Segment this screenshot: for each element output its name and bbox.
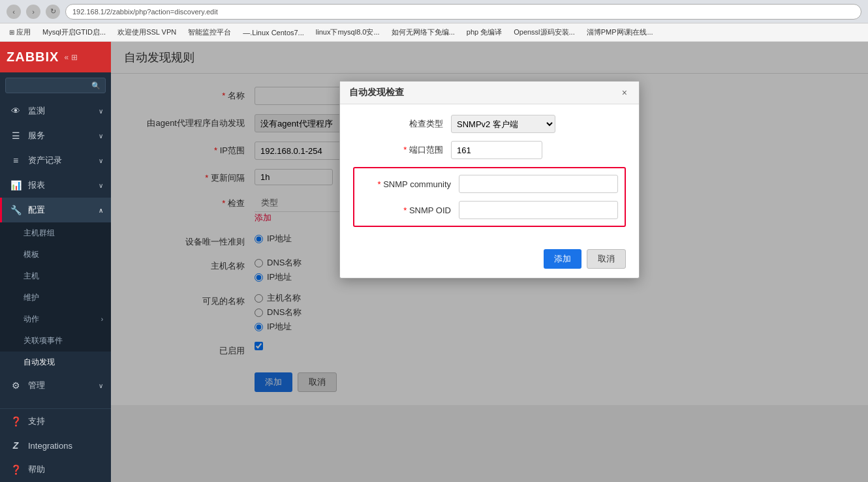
snmp-community-row: SNMP community [361,175,618,193]
forward-button[interactable]: › [26,5,40,19]
sidebar-item-monitor[interactable]: 👁 监测 ∨ [0,98,111,123]
sidebar-item-service[interactable]: ☰ 服务 ∨ [0,123,111,148]
port-range-control [451,141,626,159]
sidebar-item-maintenance[interactable]: 维护 [0,287,111,309]
modal-add-button[interactable]: 添加 [544,249,581,269]
bookmarks-bar: ⊞ 应用 Mysql开启GTID启... 欢迎使用SSL VPN 智能监控平台 … [0,23,868,42]
main-content: 自动发现规则 名称 由agent代理程序自动发现 没有agent代理程序 IP范… [111,42,868,482]
search-icon: 🔍 [91,82,101,90]
chevron-icon: ∨ [99,132,103,140]
sidebar-item-support[interactable]: ❓ 支持 [0,409,111,434]
sidebar-logo: ZABBIX « ⊞ [0,42,111,72]
chevron-icon: ∧ [99,207,103,214]
support-icon: ❓ [10,416,22,427]
sidebar-item-correlated[interactable]: 关联项事件 [0,330,111,352]
check-type-row: 检查类型 SNMPv2 客户端 [353,115,626,133]
chevron-icon: ∨ [99,157,103,164]
modal-body: 检查类型 SNMPv2 客户端 端口范围 [340,104,639,243]
logo-text: ZABBIX [7,50,59,65]
bookmark-openssl[interactable]: Openssl源码安装... [510,26,579,38]
refresh-button[interactable]: ↻ [46,5,60,19]
snmp-oid-input[interactable] [459,201,618,219]
bookmark-centos[interactable]: —.Linux Centos7... [239,27,308,38]
browser-bar: ‹ › ↻ 192.168.1/2/zabbix/php?action=disc… [0,0,868,23]
modal-overlay: 自动发现检查 × 检查类型 SNMPv2 客户端 [111,42,868,482]
management-icon: ⚙ [10,380,22,391]
bookmark-network[interactable]: 如何无网络下免编... [388,26,459,38]
back-button[interactable]: ‹ [7,5,21,19]
port-range-input[interactable] [451,141,542,159]
help-icon: ❓ [10,464,22,475]
snmp-oid-label: SNMP OID [361,205,459,215]
config-icon: 🔧 [10,205,22,215]
bookmark-apps[interactable]: ⊞ 应用 [5,26,35,38]
collapse-icon[interactable]: « [64,53,69,62]
modal-title: 自动发现检查 [349,87,404,98]
modal-dialog: 自动发现检查 × 检查类型 SNMPv2 客户端 [339,81,640,279]
expand-icon[interactable]: ⊞ [71,53,78,62]
port-range-label: 端口范围 [353,144,451,156]
check-type-label: 检查类型 [353,118,451,130]
modal-close-button[interactable]: × [619,87,630,98]
config-submenu: 主机群组 模板 主机 维护 动作 › 关联项事件 [0,222,111,373]
bookmark-monitor[interactable]: 智能监控平台 [184,26,235,38]
chevron-icon: ∨ [99,182,103,189]
sidebar-item-management[interactable]: ⚙ 管理 ∨ [0,373,111,398]
bookmark-mysql[interactable]: Mysql开启GTID启... [39,26,110,38]
logo-icons: « ⊞ [64,53,78,62]
snmp-community-control [459,175,618,193]
integrations-icon: Z [10,440,22,451]
address-bar[interactable]: 192.168.1/2/zabbix/php?action=discovery.… [65,4,861,20]
search-wrap: 🔍 [5,78,106,93]
sidebar-item-discovery[interactable]: 自动发现 [0,352,111,373]
port-range-row: 端口范围 [353,141,626,159]
apps-icon: ⊞ [9,29,14,36]
check-type-select[interactable]: SNMPv2 客户端 [451,115,555,133]
sidebar-menu: 👁 监测 ∨ ☰ 服务 ∨ ≡ 资产记录 ∨ 📊 报表 ∨ 🔧 配置 [0,98,111,408]
sidebar-item-report[interactable]: 📊 报表 ∨ [0,173,111,198]
sidebar-item-help[interactable]: ❓ 帮助 [0,457,111,482]
bookmark-php[interactable]: php 免编译 [463,26,506,38]
bookmark-ssl[interactable]: 欢迎使用SSL VPN [114,26,180,38]
asset-icon: ≡ [10,155,22,166]
modal-header: 自动发现检查 × [340,82,639,104]
sidebar-item-action[interactable]: 动作 › [0,309,111,330]
snmp-oid-row: SNMP OID [361,201,618,219]
sidebar-item-template[interactable]: 模板 [0,244,111,265]
sidebar: ZABBIX « ⊞ 🔍 👁 监测 ∨ ☰ 服务 ∨ [0,42,111,482]
bookmark-linux-mysql[interactable]: linux下mysql8.0安... [312,26,384,38]
snmp-community-input[interactable] [459,175,618,193]
sidebar-item-integrations[interactable]: Z Integrations [0,434,111,457]
sidebar-item-asset[interactable]: ≡ 资产记录 ∨ [0,148,111,173]
sidebar-bottom: ❓ 支持 Z Integrations ❓ 帮助 [0,408,111,482]
action-chevron: › [101,316,103,323]
sidebar-search: 🔍 [0,72,111,98]
app-container: ZABBIX « ⊞ 🔍 👁 监测 ∨ ☰ 服务 ∨ [0,42,868,482]
modal-footer: 添加 取消 [340,243,639,278]
modal-cancel-button[interactable]: 取消 [587,249,626,269]
snmp-oid-control [459,201,618,219]
chevron-icon: ∨ [99,108,103,115]
service-icon: ☰ [10,130,22,141]
sidebar-item-host[interactable]: 主机 [0,265,111,287]
monitor-icon: 👁 [10,106,22,116]
report-icon: 📊 [10,180,22,190]
snmp-section: SNMP community SNMP OID [353,167,626,227]
snmp-community-label: SNMP community [361,179,459,189]
chevron-icon: ∨ [99,382,103,389]
sidebar-item-hostgroup[interactable]: 主机群组 [0,222,111,244]
bookmark-pmp[interactable]: 淄博PMP网课|在线... [583,26,657,38]
sidebar-item-config[interactable]: 🔧 配置 ∧ [0,198,111,222]
search-input[interactable] [5,78,106,93]
check-type-control: SNMPv2 客户端 [451,115,626,133]
